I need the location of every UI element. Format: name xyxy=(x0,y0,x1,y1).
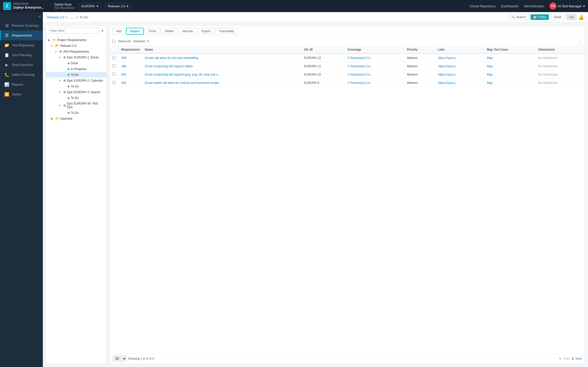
row-map-2[interactable]: Map xyxy=(484,71,536,79)
delete-button[interactable]: Delete xyxy=(161,28,178,35)
row-checkbox-0[interactable] xyxy=(112,56,115,59)
jira-icon: ⊕ xyxy=(59,50,62,53)
sidebar-item-test-planning[interactable]: 📋 Test Planning xyxy=(0,50,43,60)
selected-count-label: Selected : 0 xyxy=(133,40,149,43)
breadcrumb-release[interactable]: Release 2.0 xyxy=(47,15,64,19)
dashboards-link[interactable]: Dashboards xyxy=(501,4,518,8)
kebab-menu-icon[interactable]: ⋮ xyxy=(578,39,582,44)
release-label: Release 2.0 xyxy=(108,4,125,8)
table-row: 460 Email composing will support tables … xyxy=(110,62,585,71)
tree-item-epic-test[interactable]: ▾ ⊕ Epic EUROPA-30: Test Epic xyxy=(46,101,106,110)
export-button[interactable]: Export xyxy=(198,28,214,35)
tree-item-done[interactable]: ▶ ◈ Done xyxy=(46,60,106,66)
sidebar-item-vortex[interactable]: 🔀 Vortex xyxy=(0,89,43,99)
tree-item-release-2[interactable]: ▾ 📂 Release 2.0 xyxy=(46,43,106,49)
row-checkbox-cell xyxy=(110,79,119,87)
next-page-button[interactable]: Next xyxy=(575,357,582,360)
allocate-button[interactable]: Allocate xyxy=(179,28,197,35)
row-name-link-2[interactable]: Email composing will support jpeg, png, … xyxy=(145,73,220,76)
tree-panel: ▼ ▶ 📁 Project Requirements ▾ 📂 Release 2… xyxy=(46,25,106,364)
filter-icon[interactable]: ▼ xyxy=(101,29,104,33)
project-dropdown[interactable]: EUROPA ▾ xyxy=(79,3,101,9)
sidebar-item-reports[interactable]: 📊 Reports xyxy=(0,80,43,89)
row-name-1[interactable]: Email composing will support tables xyxy=(142,62,301,71)
search-icon: 🔍 xyxy=(511,15,515,19)
page-size-select[interactable]: 25 50 100 xyxy=(113,356,127,362)
row-link-0[interactable]: https://ryan.y... xyxy=(436,54,484,62)
tree-item-imported[interactable]: ▶ 📁 Imported xyxy=(46,116,106,121)
sidebar-item-defect-tracking[interactable]: 🐛 Defect Tracking xyxy=(0,70,43,80)
tree-item-to-do-test[interactable]: ▶ ◈ To Do xyxy=(46,110,106,116)
row-link-url-3[interactable]: https://ryan.y... xyxy=(438,81,458,85)
select-all-checkbox[interactable] xyxy=(112,40,115,43)
row-name-link-1[interactable]: Email composing will support tables xyxy=(145,64,193,68)
sidebar-item-test-execution[interactable]: ▶ Test Execution xyxy=(0,60,43,70)
row-link-url-1[interactable]: https://ryan.y... xyxy=(438,64,458,68)
tree-item-to-do[interactable]: ▶ ◈ To Do xyxy=(46,72,106,78)
sidebar-item-test-repository[interactable]: 📁 Test Repository xyxy=(0,40,43,50)
col-attachment: Attachment xyxy=(536,46,585,54)
sidebar-item-label: Test Planning xyxy=(12,53,32,57)
tree-item-epic-calendar[interactable]: ▾ ⊕ Epic EUROPA-2: Calendar xyxy=(46,78,106,83)
row-id-2: 461 xyxy=(119,71,142,79)
folder-button[interactable]: 📁 Folder xyxy=(531,14,549,20)
traceability-button[interactable]: Traceability xyxy=(215,28,238,35)
sidebar-collapse-button[interactable]: « xyxy=(0,12,43,21)
clone-button[interactable]: Clone xyxy=(145,28,160,35)
table-row: 461 Email composing will support jpeg, p… xyxy=(110,71,585,79)
row-id-1: 460 xyxy=(119,62,142,71)
breadcrumb-sep1: > xyxy=(66,15,68,19)
tree-filter-input[interactable] xyxy=(48,28,99,34)
detail-button[interactable]: Detail xyxy=(551,14,564,20)
row-checkbox-2[interactable] xyxy=(112,73,115,76)
col-checkbox xyxy=(110,46,119,54)
row-map-3[interactable]: Map xyxy=(484,79,536,87)
row-priority-1: Medium xyxy=(404,62,436,71)
tree-item-jira-req[interactable]: ▾ ⊕ JIRA Requirements xyxy=(46,49,106,54)
administration-link[interactable]: Administration xyxy=(523,4,544,8)
sidebar-item-requirements[interactable]: ☰ Requirements xyxy=(0,30,43,40)
row-link-3[interactable]: https://ryan.y... xyxy=(436,79,484,87)
row-link-2[interactable]: https://ryan.y... xyxy=(436,71,484,79)
brand-logo-text: Z xyxy=(6,4,8,8)
tree-item-in-progress[interactable]: ▶ ◈ In Progress xyxy=(46,66,106,72)
row-map-1[interactable]: Map xyxy=(484,62,536,71)
col-coverage: Coverage xyxy=(345,46,404,54)
notification-bell-icon[interactable]: 🔔 xyxy=(578,14,584,20)
row-priority-2: Medium xyxy=(404,71,436,79)
tree-item-epic-search[interactable]: ▾ ⊕ Epic EUROPA-3: Search xyxy=(46,89,106,95)
row-name-3[interactable]: Email reader will allow for vertical and… xyxy=(142,79,301,87)
tree-item-to-do-search[interactable]: ▶ ◈ To Do xyxy=(46,95,106,101)
user-badge[interactable]: TM Hi Test Manager ▾ xyxy=(549,3,585,10)
dept-section: Zephyr-Ryan Test Department xyxy=(50,3,75,9)
tree-filter: ▼ xyxy=(46,26,106,36)
tree-item-to-do-cal[interactable]: ▶ ◈ To Do xyxy=(46,83,106,89)
add-button[interactable]: Add xyxy=(112,28,125,35)
row-name-link-0[interactable]: Emails will allow for rich text embeddin… xyxy=(145,56,198,60)
row-name-link-3[interactable]: Email reader will allow for vertical and… xyxy=(145,81,219,85)
sidebar-item-label: Release Summary xyxy=(12,24,39,27)
search-button[interactable]: 🔍 Search xyxy=(509,14,528,20)
tree-item-epic-email[interactable]: ▾ ⊕ Epic EUROPA-1: Email xyxy=(46,54,106,60)
global-repository-link[interactable]: Global Repository xyxy=(470,4,496,8)
tree-item-project-req[interactable]: ▶ 📁 Project Requirements xyxy=(46,37,106,43)
row-name-2[interactable]: Email composing will support jpeg, png, … xyxy=(142,71,301,79)
row-link-url-2[interactable]: https://ryan.y... xyxy=(438,73,458,76)
row-checkbox-3[interactable] xyxy=(112,81,115,84)
refresh-icon[interactable]: ↻ xyxy=(559,357,562,360)
user-greeting: Hi Test Manager xyxy=(558,4,582,8)
row-checkbox-1[interactable] xyxy=(112,64,115,68)
import-button[interactable]: Import xyxy=(126,28,143,35)
current-page-number: 1 xyxy=(572,357,574,360)
story-icon: ◈ xyxy=(67,73,70,77)
list-button[interactable]: List xyxy=(566,14,576,20)
row-map-0[interactable]: Map xyxy=(484,54,536,62)
row-id-3: 462 xyxy=(119,79,142,87)
story-icon: ◈ xyxy=(67,96,70,100)
row-name-0[interactable]: Emails will allow for rich text embeddin… xyxy=(142,54,301,62)
row-link-url-0[interactable]: https://ryan.y... xyxy=(438,56,458,60)
sidebar-item-label: Test Execution xyxy=(12,63,33,67)
release-dropdown[interactable]: Release 2.0 ▾ xyxy=(105,3,131,9)
sidebar-item-release-summary[interactable]: ⊞ Release Summary xyxy=(0,21,43,30)
row-link-1[interactable]: https://ryan.y... xyxy=(436,62,484,71)
